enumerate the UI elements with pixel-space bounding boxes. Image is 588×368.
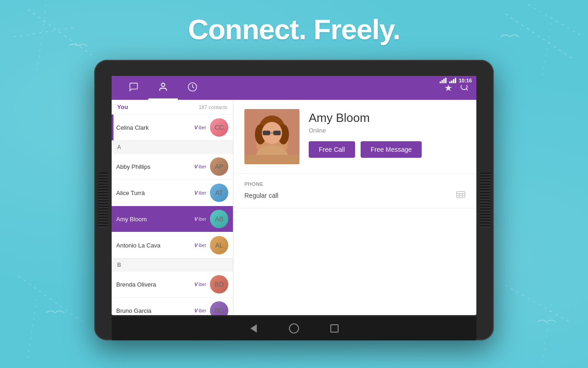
back-icon	[250, 324, 257, 333]
free-call-button[interactable]: Free Call	[309, 141, 355, 158]
tab-chats[interactable]	[119, 76, 148, 100]
app-content: You 187 contacts Celina Clark Viber CC A	[112, 100, 476, 315]
nav-back-button[interactable]	[247, 322, 260, 335]
avatar-svg	[244, 109, 300, 164]
viber-badge: Viber	[194, 242, 206, 248]
avatar: AB	[210, 210, 228, 228]
contact-name: Abby Phillips	[116, 163, 150, 170]
svg-rect-22	[244, 155, 300, 164]
avatar: BO	[210, 275, 228, 293]
contacts-icon	[158, 82, 168, 94]
detail-avatar	[244, 109, 300, 164]
contact-item-brenda[interactable]: Brenda Olivera Viber BO	[112, 271, 233, 298]
free-message-button[interactable]: Free Message	[361, 141, 422, 158]
svg-line-7	[28, 299, 37, 359]
contact-info: Antonio La Cava Viber	[116, 242, 206, 249]
contact-name: Amy Bloom	[116, 216, 147, 223]
tablet-speaker-right	[480, 172, 490, 228]
nav-recents-button[interactable]	[328, 322, 341, 335]
phone-row: Regular call	[244, 190, 465, 201]
detail-info: Amy Bloom Online Free Call Free Message	[309, 109, 465, 158]
nav-home-button[interactable]	[288, 322, 300, 335]
phone-action-icon[interactable]	[456, 190, 465, 201]
contact-name: Antonio La Cava	[116, 242, 160, 249]
svg-line-6	[18, 276, 83, 322]
phone-section: PHONE Regular call	[233, 174, 476, 208]
svg-rect-23	[457, 191, 465, 197]
status-time: 10:16	[459, 78, 472, 83]
viber-badge: Viber	[194, 282, 206, 287]
contact-name: Alice Turrà	[116, 190, 145, 196]
contact-name: Celina Clark	[116, 124, 149, 131]
contact-item-celina[interactable]: Celina Clark Viber CC	[112, 115, 233, 141]
contact-detail-name: Amy Bloom	[309, 111, 465, 125]
contact-name: Bruno Garcia	[116, 307, 152, 314]
svg-rect-20	[273, 131, 281, 135]
contact-item-amy[interactable]: Amy Bloom Viber AB	[112, 206, 233, 232]
avatar: CC	[210, 118, 228, 137]
avatar: AT	[210, 184, 228, 202]
avatar: AL	[210, 236, 228, 254]
tab-contacts[interactable]	[148, 76, 178, 100]
avatar: AP	[210, 157, 228, 176]
phone-value: Regular call	[244, 192, 278, 199]
viber-badge: Viber	[194, 216, 206, 222]
contact-name: Brenda Olivera	[116, 281, 156, 288]
tablet-bottom-nav	[112, 316, 476, 340]
section-label-b: B	[112, 259, 233, 271]
signal-icon	[449, 78, 456, 83]
svg-line-9	[542, 304, 551, 363]
svg-rect-19	[263, 131, 270, 135]
contact-detail-status: Online	[309, 127, 465, 134]
selected-indicator	[112, 115, 113, 140]
phone-section-label: PHONE	[244, 181, 465, 187]
recents-icon	[187, 82, 198, 94]
contact-item-abby[interactable]: Abby Phillips Viber AP	[112, 154, 233, 180]
page-headline: Connect. Freely.	[0, 13, 588, 46]
contact-item-antonio[interactable]: Antonio La Cava Viber AL	[112, 232, 233, 259]
contact-item-bruno[interactable]: Bruno Garcia Viber BG	[112, 298, 233, 315]
tab-recents[interactable]	[178, 76, 207, 100]
svg-line-8	[505, 285, 570, 322]
sidebar-you-label: You	[117, 104, 128, 110]
sidebar-header: You 187 contacts	[112, 100, 233, 115]
section-label-a: A	[112, 141, 233, 154]
contacts-count: 187 contacts	[199, 104, 227, 110]
nav-tabs	[119, 76, 207, 100]
contact-info: Alice Turrà Viber	[116, 190, 206, 196]
app-header: ★	[112, 76, 476, 100]
status-bar: 10:16	[435, 76, 476, 85]
contact-info: Celina Clark Viber	[116, 124, 206, 131]
viber-badge: Viber	[194, 308, 206, 313]
detail-action-buttons: Free Call Free Message	[309, 141, 465, 158]
svg-point-10	[161, 83, 164, 86]
viber-badge: Viber	[194, 190, 206, 196]
tablet-screen: 10:16	[112, 76, 476, 315]
wifi-icon	[440, 78, 447, 83]
contact-info: Amy Bloom Viber	[116, 216, 206, 223]
contact-info: Abby Phillips Viber	[116, 163, 206, 170]
contact-item-alice[interactable]: Alice Turrà Viber AT	[112, 180, 233, 206]
avatar: BG	[210, 301, 228, 315]
home-icon	[289, 323, 299, 334]
recents-nav-icon	[330, 324, 339, 333]
tablet-device: 10:16	[94, 60, 494, 340]
chats-icon	[129, 82, 139, 94]
tablet-speaker-left	[98, 172, 108, 228]
viber-badge: Viber	[194, 125, 206, 130]
contacts-sidebar: You 187 contacts Celina Clark Viber CC A	[112, 100, 233, 315]
contact-detail: Amy Bloom Online Free Call Free Message …	[233, 100, 476, 315]
viber-badge: Viber	[194, 164, 206, 169]
contact-info: Bruno Garcia Viber	[116, 307, 206, 314]
contact-info: Brenda Olivera Viber	[116, 281, 206, 288]
detail-header: Amy Bloom Online Free Call Free Message	[233, 100, 476, 174]
